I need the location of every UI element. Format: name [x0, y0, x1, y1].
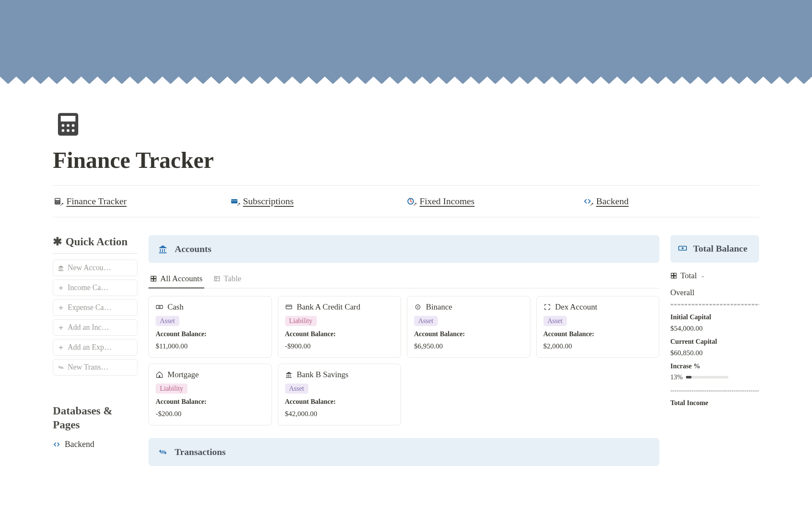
- svg-rect-34: [671, 276, 673, 278]
- code-icon: ↗: [583, 197, 592, 206]
- plus-icon: [58, 344, 64, 351]
- add-expense-button[interactable]: Add an Exp…: [53, 339, 137, 356]
- chevron-down-icon: ⌄: [700, 272, 705, 279]
- link-label: Finance Tracker: [66, 196, 126, 207]
- bank-icon: [285, 371, 293, 378]
- account-cards: Cash Asset Account Balance: $11,000.00 B…: [148, 296, 659, 425]
- svg-rect-24: [156, 305, 163, 309]
- svg-rect-26: [286, 305, 292, 309]
- expand-icon: [543, 303, 551, 311]
- bank-icon: [58, 265, 64, 271]
- balance-label: Account Balance:: [414, 330, 523, 338]
- arrow-out-icon: ↗: [590, 201, 594, 208]
- svg-point-15: [59, 203, 60, 203]
- tab-table[interactable]: Table: [212, 271, 243, 288]
- link-fixed-incomes[interactable]: ↗ Fixed Incomes: [406, 196, 583, 207]
- increase-label: Incrase %: [670, 362, 759, 370]
- balance-value: $42,000.00: [285, 410, 394, 418]
- svg-rect-19: [151, 276, 153, 278]
- arrow-out-icon: ↗: [60, 201, 64, 208]
- income-category-button[interactable]: Income Ca…: [53, 280, 137, 296]
- total-income-label: Total Income: [670, 399, 759, 407]
- page-title: Finance Tracker: [53, 147, 759, 173]
- account-card-dex[interactable]: Dex Account Asset Account Balance: $2,00…: [536, 296, 660, 358]
- new-transfer-button[interactable]: New Trans…: [53, 359, 137, 375]
- initial-capital-label: Initial Capital: [670, 313, 759, 321]
- svg-rect-21: [151, 279, 153, 281]
- accounts-section-head: Accounts: [148, 235, 659, 263]
- credit-card-icon: [285, 303, 293, 311]
- svg-point-4: [72, 124, 74, 126]
- svg-point-25: [159, 306, 160, 308]
- progress-fill: [686, 376, 691, 378]
- balance-value: -$900.00: [285, 342, 394, 351]
- link-backend[interactable]: ↗ Backend: [583, 196, 760, 207]
- code-icon: [53, 441, 60, 448]
- target-icon: [414, 303, 422, 311]
- main-column: Accounts All Accounts Table Cash Asset A…: [148, 235, 659, 466]
- sidebar-rule: [53, 253, 137, 254]
- svg-point-2: [62, 124, 64, 126]
- overall-label: Overall: [670, 288, 759, 297]
- separator-dashed: ----------------------------------------…: [670, 387, 759, 394]
- board-icon: [150, 275, 157, 282]
- current-capital-value: $60,850.00: [670, 349, 759, 357]
- total-balance-heading: Total Balance: [693, 243, 747, 255]
- total-view-selector[interactable]: Total ⌄: [670, 271, 759, 280]
- initial-capital-value: $54,000.00: [670, 324, 759, 333]
- account-card-bank-a-credit[interactable]: Bank A Credit Card Liability Account Bal…: [278, 296, 401, 358]
- account-card-cash[interactable]: Cash Asset Account Balance: $11,000.00: [148, 296, 272, 358]
- svg-point-11: [57, 201, 58, 202]
- account-card-binance[interactable]: Binance Asset Account Balance: $6,950.00: [407, 296, 530, 358]
- account-card-bank-b-savings[interactable]: Bank B Savings Asset Account Balance: $4…: [278, 364, 401, 425]
- increase-percent: 13%: [670, 373, 683, 381]
- accounts-tabs: All Accounts Table: [148, 271, 659, 288]
- type-badge: Liability: [156, 384, 187, 394]
- accounts-heading: Accounts: [175, 244, 211, 255]
- cover-banner: [0, 0, 812, 84]
- account-card-mortgage[interactable]: Mortgage Liability Account Balance: -$20…: [148, 364, 272, 425]
- top-links: ↗ Finance Tracker ↗ Subscriptions ↗ Fixe…: [53, 185, 759, 217]
- plus-icon: [58, 285, 64, 291]
- calculator-icon: ↗: [53, 197, 62, 206]
- credit-card-icon: ↗: [230, 197, 239, 206]
- money-icon: [156, 303, 163, 311]
- link-finance-tracker[interactable]: ↗ Finance Tracker: [53, 196, 230, 207]
- type-badge: Asset: [543, 316, 567, 326]
- db-item-backend[interactable]: Backend: [53, 439, 137, 449]
- svg-rect-33: [674, 273, 676, 275]
- balance-label: Account Balance:: [156, 398, 265, 406]
- type-badge: Asset: [156, 316, 179, 326]
- svg-point-5: [62, 129, 64, 132]
- bank-icon: [158, 244, 168, 254]
- new-account-button[interactable]: New Accou…: [53, 260, 137, 276]
- transfer-icon: [158, 447, 168, 457]
- balance-value: $2,000.00: [543, 342, 653, 351]
- progress-bar: [686, 376, 728, 378]
- svg-rect-35: [674, 276, 676, 278]
- svg-rect-23: [214, 277, 219, 281]
- svg-point-31: [682, 247, 684, 249]
- link-label: Fixed Incomes: [420, 196, 475, 207]
- svg-point-14: [57, 203, 58, 203]
- svg-point-28: [417, 307, 419, 308]
- add-income-button[interactable]: Add an Inc…: [53, 319, 137, 336]
- svg-rect-20: [154, 276, 156, 278]
- tab-all-accounts[interactable]: All Accounts: [148, 271, 204, 288]
- link-subscriptions[interactable]: ↗ Subscriptions: [230, 196, 406, 207]
- balance-label: Account Balance:: [285, 330, 394, 338]
- expense-category-button[interactable]: Expense Ca…: [53, 299, 137, 316]
- type-badge: Asset: [285, 384, 309, 394]
- page-icon-calculator: [53, 109, 83, 140]
- table-icon: [214, 275, 220, 282]
- total-balance-callout: Total Balance: [670, 235, 759, 263]
- link-label: Backend: [596, 196, 629, 207]
- banner-zigzag: [0, 77, 812, 84]
- balance-value: $6,950.00: [414, 342, 523, 351]
- link-label: Subscriptions: [243, 196, 294, 207]
- svg-point-6: [67, 129, 69, 132]
- balance-label: Account Balance:: [543, 330, 653, 338]
- transactions-section-head: Transactions: [148, 438, 659, 466]
- current-capital-label: Current Capital: [670, 338, 759, 345]
- balance-value: -$200.00: [156, 410, 265, 418]
